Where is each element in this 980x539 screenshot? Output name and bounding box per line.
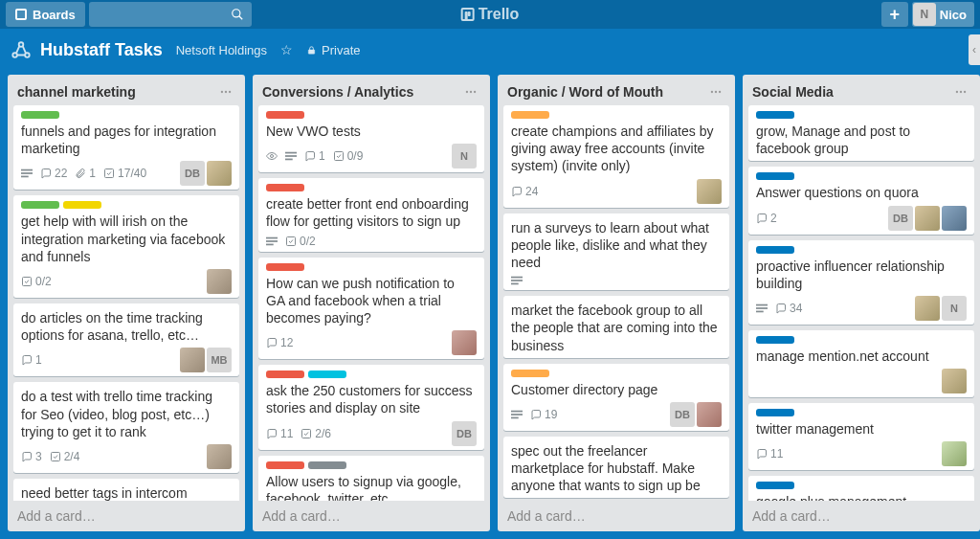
star-button[interactable]: ☆ bbox=[280, 42, 293, 57]
label-orange[interactable] bbox=[511, 111, 549, 119]
user-menu[interactable]: N Nico bbox=[912, 2, 974, 27]
card[interactable]: Customer directory page19DB bbox=[503, 364, 729, 431]
list-cards[interactable]: grow, Manage and post to facebook groupA… bbox=[743, 105, 980, 501]
member-chip[interactable]: N bbox=[452, 144, 477, 168]
card[interactable]: create champions and affiliates by givin… bbox=[503, 105, 729, 208]
label-blue[interactable] bbox=[756, 172, 794, 180]
label-red[interactable] bbox=[266, 184, 304, 191]
label-blue[interactable] bbox=[756, 336, 794, 344]
label-red[interactable] bbox=[266, 263, 304, 271]
label-yellow[interactable] bbox=[63, 201, 101, 209]
board-network-icon bbox=[10, 38, 33, 61]
card[interactable]: manage mention.net account bbox=[748, 330, 974, 397]
label-red[interactable] bbox=[266, 111, 304, 119]
card[interactable]: run a surveys to learn about what people… bbox=[503, 213, 729, 291]
member-chip[interactable]: MB bbox=[207, 348, 232, 372]
member-avatar[interactable] bbox=[207, 444, 232, 469]
card[interactable]: google plus management6 bbox=[748, 476, 974, 501]
board-org[interactable]: Netsoft Holdings bbox=[176, 43, 267, 57]
card[interactable]: get help with will irish on the integrat… bbox=[13, 195, 239, 298]
member-avatar[interactable] bbox=[697, 179, 722, 204]
app-header: Boards Trello + N Nico bbox=[0, 0, 980, 29]
board-canvas[interactable]: channel marketingfunnels and pages for i… bbox=[0, 71, 980, 539]
card[interactable]: do a test with trello time tracking for … bbox=[13, 382, 239, 473]
label-green[interactable] bbox=[21, 111, 59, 119]
card[interactable]: How can we push notification to GA and f… bbox=[258, 258, 484, 360]
card[interactable]: proactive influencer relationship buildi… bbox=[748, 240, 974, 325]
member-avatar[interactable] bbox=[942, 206, 967, 231]
label-red[interactable] bbox=[266, 371, 304, 378]
card-title: google plus management bbox=[756, 493, 967, 501]
list-cards[interactable]: create champions and affiliates by givin… bbox=[498, 105, 735, 501]
label-green[interactable] bbox=[21, 201, 59, 209]
card[interactable]: need better tags in intercom bbox=[13, 479, 239, 501]
card[interactable]: funnels and pages for integration market… bbox=[13, 105, 239, 190]
list-menu-button[interactable] bbox=[951, 82, 970, 101]
member-chip[interactable]: DB bbox=[452, 421, 477, 446]
card[interactable]: market the facebook group to all the peo… bbox=[503, 296, 729, 358]
member-avatar[interactable] bbox=[207, 269, 232, 294]
comments-badge: 11 bbox=[266, 427, 293, 440]
member-avatar[interactable] bbox=[697, 402, 722, 427]
card[interactable]: spec out the freelancer marketplace for … bbox=[503, 437, 729, 499]
create-button[interactable]: + bbox=[881, 2, 908, 27]
list-cards[interactable]: New VWO tests10/9Ncreate better front en… bbox=[253, 105, 490, 501]
list-header[interactable]: Social Media bbox=[743, 75, 980, 105]
member-chip[interactable]: N bbox=[942, 296, 967, 321]
board-title[interactable]: Hubstaff Tasks bbox=[40, 40, 163, 60]
search-input[interactable] bbox=[89, 2, 252, 27]
label-blue[interactable] bbox=[756, 409, 794, 416]
checklist-badge: 0/9 bbox=[333, 149, 364, 163]
list-header[interactable]: Organic / Word of Mouth bbox=[498, 75, 735, 105]
label-blue[interactable] bbox=[756, 246, 794, 254]
add-card-button[interactable]: Add a card… bbox=[743, 501, 980, 531]
label-blue[interactable] bbox=[756, 482, 794, 489]
member-avatar[interactable] bbox=[180, 348, 205, 372]
visibility-button[interactable]: Private bbox=[306, 43, 360, 57]
member-chip[interactable]: DB bbox=[888, 206, 913, 231]
card-badges: 112/6DB bbox=[266, 421, 477, 446]
member-avatar[interactable] bbox=[207, 161, 232, 186]
member-avatar[interactable] bbox=[452, 330, 477, 355]
svg-point-38 bbox=[960, 91, 962, 93]
member-chip[interactable]: DB bbox=[180, 161, 205, 186]
card[interactable]: twitter management11 bbox=[748, 403, 974, 470]
card[interactable]: grow, Manage and post to facebook group bbox=[748, 105, 974, 161]
card[interactable]: ask the 250 customers for success storie… bbox=[258, 365, 484, 449]
card-members bbox=[452, 330, 477, 355]
svg-rect-25 bbox=[266, 243, 274, 245]
comments-badge: 12 bbox=[266, 336, 293, 349]
card[interactable]: New VWO tests10/9N bbox=[258, 105, 484, 172]
member-avatar[interactable] bbox=[915, 296, 940, 321]
card[interactable]: Answer questions on quora2DB bbox=[748, 167, 974, 234]
card-members: MB bbox=[180, 348, 232, 372]
list-header[interactable]: Conversions / Analytics bbox=[253, 75, 490, 105]
label-grey[interactable] bbox=[308, 461, 346, 469]
member-avatar[interactable] bbox=[942, 441, 967, 466]
label-blue[interactable] bbox=[756, 111, 794, 119]
app-logo[interactable]: Trello bbox=[461, 6, 520, 23]
card-title: Answer questions on quora bbox=[756, 184, 967, 201]
card[interactable]: Allow users to signup via google, facebo… bbox=[258, 456, 484, 502]
member-avatar[interactable] bbox=[915, 206, 940, 231]
card[interactable]: do articles on the time tracking options… bbox=[13, 303, 239, 376]
add-card-button[interactable]: Add a card… bbox=[498, 501, 735, 531]
card[interactable]: create better front end onboarding flow … bbox=[258, 178, 484, 251]
show-menu-tab[interactable]: ‹ bbox=[969, 34, 980, 65]
add-card-button[interactable]: Add a card… bbox=[253, 501, 490, 531]
member-avatar[interactable] bbox=[942, 369, 967, 393]
label-orange[interactable] bbox=[511, 370, 549, 377]
card-title: twitter management bbox=[756, 420, 967, 438]
add-card-button[interactable]: Add a card… bbox=[8, 501, 245, 531]
boards-button[interactable]: Boards bbox=[6, 2, 85, 27]
list-menu-button[interactable] bbox=[706, 82, 725, 101]
label-red[interactable] bbox=[266, 461, 304, 469]
list-menu-button[interactable] bbox=[216, 82, 235, 101]
label-sky[interactable] bbox=[308, 371, 346, 378]
member-chip[interactable]: DB bbox=[670, 402, 695, 427]
list-header[interactable]: channel marketing bbox=[8, 75, 245, 105]
card-badges: 10/9N bbox=[266, 144, 477, 168]
list-menu-button[interactable] bbox=[461, 82, 480, 101]
list-cards[interactable]: funnels and pages for integration market… bbox=[8, 105, 245, 501]
card-members bbox=[697, 179, 722, 204]
